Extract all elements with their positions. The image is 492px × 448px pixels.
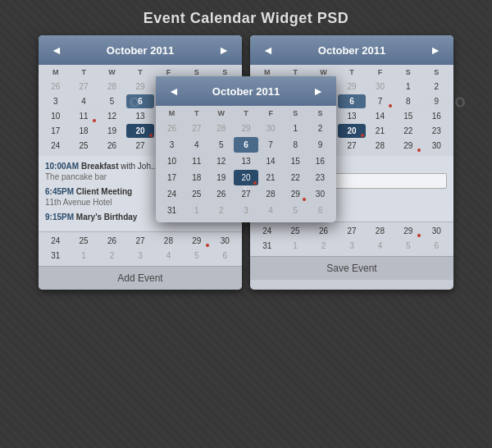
table-row[interactable]: 31 [253,239,280,253]
table-row[interactable]: 28 [209,121,233,136]
table-row[interactable]: 24 [42,139,69,153]
table-row[interactable]: 9 [308,137,332,153]
table-row[interactable]: 20 [338,124,365,138]
table-row[interactable]: 11 [184,153,208,169]
table-row[interactable]: 1 [281,239,308,253]
table-row[interactable]: 17 [160,170,184,185]
right-next-arrow[interactable]: ► [426,42,445,58]
table-row[interactable]: 2 [98,249,125,263]
table-row[interactable]: 8 [394,94,421,108]
table-row[interactable]: 5 [284,203,308,218]
table-row[interactable]: 3 [42,94,69,108]
table-row[interactable]: 27 [338,139,365,153]
table-row[interactable]: 3 [160,137,184,153]
table-row[interactable]: 6 [423,239,450,253]
table-row[interactable]: 13 [338,109,365,123]
table-row[interactable]: 1 [184,203,208,218]
table-row[interactable]: 30 [308,186,332,202]
table-row[interactable]: 6 [338,94,365,108]
table-row[interactable]: 14 [367,109,394,123]
table-row[interactable]: 27 [184,121,208,136]
table-row[interactable]: 2 [209,203,233,218]
table-row[interactable]: 29 [126,80,153,94]
table-row[interactable]: 4 [184,137,208,153]
table-row[interactable]: 29 [234,121,257,136]
table-row[interactable]: 5 [209,137,233,153]
table-row[interactable]: 28 [367,224,394,238]
left-prev-arrow[interactable]: ◄ [47,42,66,58]
table-row[interactable]: 15 [284,153,308,169]
table-row[interactable]: 26 [42,80,69,94]
table-row[interactable]: 4 [259,203,283,218]
table-row[interactable]: 25 [281,224,308,238]
table-row[interactable]: 16 [308,153,332,169]
table-row[interactable]: 11 [70,109,97,123]
table-row[interactable]: 5 [98,94,125,108]
table-row[interactable]: 1 [394,80,421,94]
table-row[interactable]: 12 [209,153,233,169]
table-row[interactable]: 23 [308,170,332,185]
table-row[interactable]: 20 [126,124,153,138]
table-row[interactable]: 8 [284,137,308,153]
table-row[interactable]: 29 [284,186,308,202]
table-row[interactable]: 16 [423,109,450,123]
table-row[interactable]: 5 [183,249,210,263]
left-add-event-btn[interactable]: Add Event [39,266,242,290]
table-row[interactable]: 22 [284,170,308,185]
table-row[interactable]: 31 [42,249,69,263]
table-row[interactable]: 4 [367,239,394,253]
table-row[interactable]: 30 [423,224,450,238]
table-row[interactable]: 21 [259,170,283,185]
table-row[interactable]: 3 [126,249,153,263]
table-row[interactable]: 26 [160,121,184,136]
table-row[interactable]: 9 [423,94,450,108]
table-row[interactable]: 19 [209,170,233,185]
table-row[interactable]: 3 [234,203,257,218]
table-row[interactable]: 10 [42,109,69,123]
table-row[interactable]: 29 [338,80,365,94]
table-row[interactable]: 18 [184,170,208,185]
table-row[interactable]: 27 [338,224,365,238]
table-row[interactable]: 15 [394,109,421,123]
table-row[interactable]: 6 [234,137,257,153]
table-row[interactable]: 19 [98,124,125,138]
table-row[interactable]: 23 [423,124,450,138]
table-row[interactable]: 18 [70,124,97,138]
table-row[interactable]: 30 [367,80,394,94]
right-prev-arrow[interactable]: ◄ [258,42,278,58]
table-row[interactable]: 25 [70,234,97,248]
table-row[interactable]: 6 [126,94,153,108]
table-row[interactable]: 26 [209,186,233,202]
table-row[interactable]: 24 [160,186,184,202]
table-row[interactable]: 27 [126,139,153,153]
table-row[interactable]: 12 [98,109,125,123]
table-row[interactable]: 10 [160,153,184,169]
table-row[interactable]: 28 [367,139,394,153]
popup-next-arrow[interactable]: ► [308,83,328,99]
table-row[interactable]: 7 [259,137,283,153]
table-row[interactable]: 27 [234,186,257,202]
table-row[interactable]: 4 [70,94,97,108]
table-row[interactable]: 27 [126,234,153,248]
table-row[interactable]: 6 [308,203,332,218]
table-row[interactable]: 26 [98,234,125,248]
table-row[interactable]: 13 [234,153,257,169]
table-row[interactable]: 25 [184,186,208,202]
table-row[interactable]: 30 [423,139,450,153]
table-row[interactable]: 2 [310,239,337,253]
table-row[interactable]: 30 [212,234,239,248]
table-row[interactable]: 1 [70,249,97,263]
table-row[interactable]: 29 [394,139,421,153]
table-row[interactable]: 24 [42,234,69,248]
table-row[interactable]: 25 [70,139,97,153]
left-next-arrow[interactable]: ► [214,42,234,58]
table-row[interactable]: 24 [253,224,280,238]
table-row[interactable]: 7 [367,94,394,108]
table-row[interactable]: 21 [367,124,394,138]
table-row[interactable]: 2 [423,80,450,94]
table-row[interactable]: 4 [155,249,182,263]
table-row[interactable]: 28 [155,234,182,248]
table-row[interactable]: 26 [310,224,337,238]
table-row[interactable]: 30 [259,121,283,136]
table-row[interactable]: 3 [338,239,365,253]
